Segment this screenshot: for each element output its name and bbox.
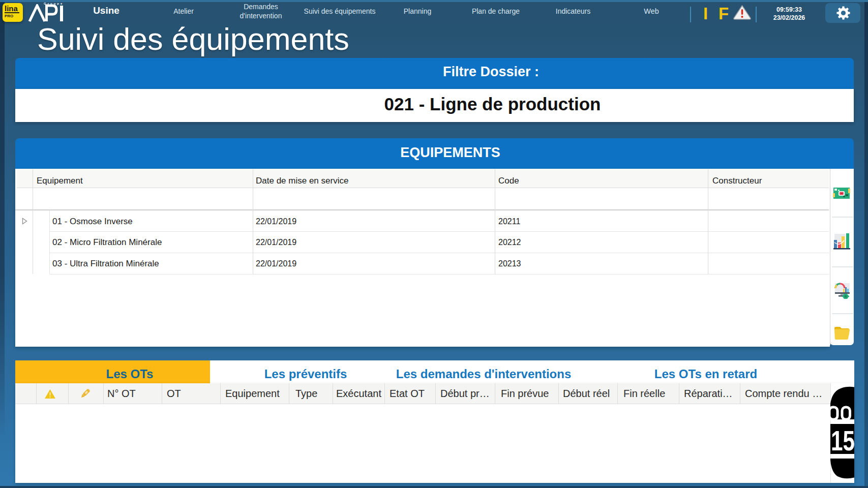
svg-text:15: 15	[831, 424, 854, 456]
